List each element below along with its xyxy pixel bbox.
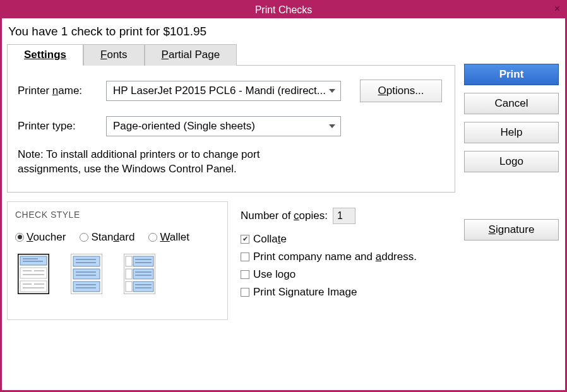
checkbox-icon xyxy=(241,235,249,244)
copies-input[interactable] xyxy=(333,208,355,224)
left-column: Settings Fonts Partial Page Printer name… xyxy=(7,44,455,385)
tab-fonts[interactable]: Fonts xyxy=(83,44,145,66)
dialog-body: Settings Fonts Partial Page Printer name… xyxy=(2,44,565,390)
copies-label: Number of copies: xyxy=(241,210,328,222)
spacer xyxy=(464,180,560,219)
collate-label: Collate xyxy=(253,233,287,246)
printer-type-label: Printer type: xyxy=(18,120,100,133)
help-button[interactable]: Help xyxy=(464,122,559,143)
check-style-radios: Voucher Standard Wallet xyxy=(15,231,220,244)
radio-icon xyxy=(148,233,157,242)
collate-row[interactable]: Collate xyxy=(241,233,455,246)
printer-name-label: Printer name: xyxy=(18,85,100,97)
svg-rect-27 xyxy=(126,269,132,279)
lower-row: CHECK STYLE Voucher Standard Wallet xyxy=(7,201,455,320)
check-style-thumbnails xyxy=(15,254,220,294)
options-button[interactable]: Options... xyxy=(360,80,442,102)
tab-partial-label: Partial Page xyxy=(162,49,220,61)
radio-wallet-label: Wallet xyxy=(160,231,189,244)
copies-row: Number of copies: xyxy=(241,208,455,224)
print-company-label: Print company name and address. xyxy=(253,251,417,263)
radio-standard-label: Standard xyxy=(91,231,134,244)
tab-partial-page[interactable]: Partial Page xyxy=(145,44,237,66)
right-buttons: Print Cancel Help Logo Signature xyxy=(455,44,560,385)
svg-rect-19 xyxy=(73,282,100,292)
svg-rect-31 xyxy=(126,282,132,292)
printer-type-select[interactable]: Page-oriented (Single sheets) xyxy=(106,116,341,136)
tab-settings[interactable]: Settings xyxy=(7,44,83,66)
svg-rect-16 xyxy=(73,269,100,279)
printer-name-row: Printer name: HP LaserJet P2015 PCL6 - M… xyxy=(18,80,446,102)
printer-type-row: Printer type: Page-oriented (Single shee… xyxy=(18,116,446,136)
radio-voucher[interactable]: Voucher xyxy=(15,231,66,244)
window-title: Print Checks xyxy=(255,4,313,16)
printer-note: Note: To install additional printers or … xyxy=(18,148,308,177)
svg-rect-8 xyxy=(20,281,47,292)
chevron-down-icon xyxy=(329,124,335,128)
check-style-group: CHECK STYLE Voucher Standard Wallet xyxy=(7,201,228,320)
print-checks-dialog: Print Checks × You have 1 check to print… xyxy=(0,0,567,392)
svg-rect-13 xyxy=(73,256,100,266)
radio-voucher-label: Voucher xyxy=(27,231,66,244)
chevron-down-icon xyxy=(329,89,335,93)
printer-name-select[interactable]: HP LaserJet P2015 PCL6 - Mandi (redirect… xyxy=(106,81,341,101)
settings-panel: Printer name: HP LaserJet P2015 PCL6 - M… xyxy=(7,65,455,193)
check-style-title: CHECK STYLE xyxy=(15,210,220,220)
print-company-row[interactable]: Print company name and address. xyxy=(241,251,455,263)
thumb-wallet[interactable] xyxy=(124,254,155,294)
tab-fonts-label: Fonts xyxy=(100,49,128,61)
checkbox-icon xyxy=(241,270,249,279)
svg-rect-23 xyxy=(126,256,132,266)
use-logo-row[interactable]: Use logo xyxy=(241,268,455,281)
logo-button[interactable]: Logo xyxy=(464,151,559,172)
use-logo-label: Use logo xyxy=(253,268,295,281)
titlebar: Print Checks × xyxy=(2,2,565,18)
print-button[interactable]: Print xyxy=(464,64,559,85)
thumb-standard[interactable] xyxy=(71,254,102,294)
svg-rect-1 xyxy=(20,256,47,265)
thumb-voucher[interactable] xyxy=(18,254,49,294)
svg-rect-24 xyxy=(133,256,153,266)
checkbox-icon xyxy=(241,252,249,261)
radio-icon xyxy=(15,233,24,242)
print-sig-label: Print Signature Image xyxy=(253,286,357,299)
copies-group: Number of copies: Collate Print company … xyxy=(241,201,455,320)
close-icon[interactable]: × xyxy=(554,3,560,15)
svg-rect-32 xyxy=(133,282,153,292)
tabstrip: Settings Fonts Partial Page xyxy=(7,44,455,65)
tab-settings-label: Settings xyxy=(24,49,66,61)
radio-standard[interactable]: Standard xyxy=(80,231,134,244)
signature-button[interactable]: Signature xyxy=(464,219,559,241)
print-sig-row[interactable]: Print Signature Image xyxy=(241,286,455,299)
radio-wallet[interactable]: Wallet xyxy=(148,231,189,244)
svg-rect-28 xyxy=(133,269,153,279)
radio-icon xyxy=(80,233,88,242)
checkbox-icon xyxy=(241,288,249,297)
svg-rect-4 xyxy=(20,268,47,278)
cancel-button[interactable]: Cancel xyxy=(464,93,559,114)
printer-name-value: HP LaserJet P2015 PCL6 - Mandi (redirect… xyxy=(113,85,326,97)
summary-text: You have 1 check to print for $101.95 xyxy=(2,18,565,44)
printer-type-value: Page-oriented (Single sheets) xyxy=(113,120,255,133)
